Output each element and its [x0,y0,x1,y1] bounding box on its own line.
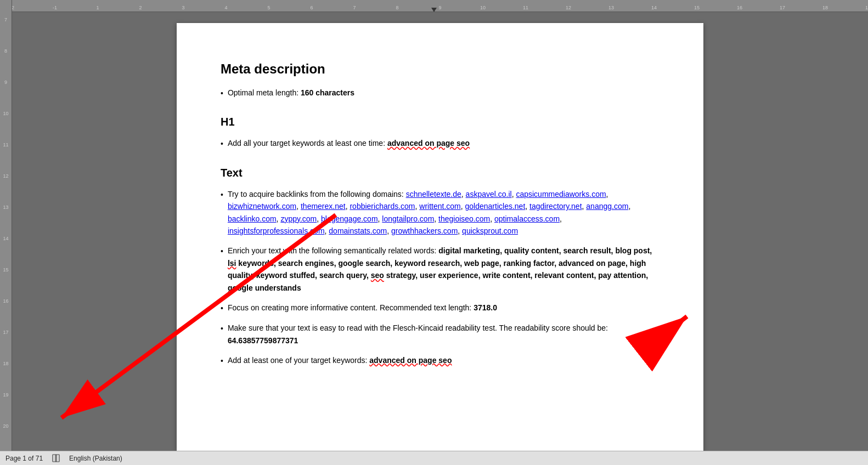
link-askpavel[interactable]: askpavel.co.il [466,190,512,199]
link-growthhackers[interactable]: growthhackers.com [391,226,458,235]
semantic-words-text: Enrich your text with the following sema… [228,245,660,294]
document-page: Meta description • Optimal meta length: … [177,23,703,451]
link-zyppy[interactable]: zyppy.com [280,214,317,223]
h1-bullet-1: • Add all your target keywords at least … [221,137,660,150]
meta-description-heading: Meta description [221,61,660,77]
page-container[interactable]: Meta description • Optimal meta length: … [12,12,868,451]
meta-bullet-1: • Optimal meta length: 160 characters [221,87,660,99]
bullet-dot: • [221,322,223,347]
text-bullet-3: • Focus on creating more informative con… [221,302,660,314]
text-length-value: 3718.0 [474,303,497,312]
link-capsicum[interactable]: capsicummediaworks.com [516,190,606,199]
text-bullet-1: • Try to acquire backlinks from the foll… [221,188,660,237]
bullet-dot: • [221,189,223,237]
readability-value: 64.63857759877371 [228,336,298,345]
link-goldenarticles[interactable]: goldenarticles.net [465,202,526,211]
bullet-dot: • [221,87,223,99]
link-thegioiseo[interactable]: thegioiseo.com [438,214,490,223]
link-optimalaccess[interactable]: optimalaccess.com [494,214,560,223]
link-blogengage[interactable]: blogengage.com [321,214,378,223]
target-keywords-value: advanced on page seo [369,356,452,365]
link-robbie[interactable]: robbierichards.com [350,202,415,211]
link-themerex[interactable]: themerex.net [301,202,346,211]
text-length-text: Focus on creating more informative conte… [228,302,660,314]
left-ruler: 78910111213141516171819202122 [0,0,12,451]
text-bullet-5: • Add at least one of your target keywor… [221,354,660,367]
link-schnelletexte[interactable]: schnelletexte.de [406,190,461,199]
bullet-text: Add all your target keywords at least on… [228,137,660,150]
status-bar: Page 1 of 71 English (Pakistan) [0,451,868,465]
link-tagdirectory[interactable]: tagdirectory.net [529,202,582,211]
link-anangg[interactable]: anangg.com [586,202,628,211]
bullet-dot: • [221,245,223,294]
language-info: English (Pakistan) [69,455,122,462]
h1-heading: H1 [221,116,660,128]
meta-length-value: 160 characters [301,88,354,97]
top-ruler: -2-112345678910111213141516171819 [0,0,868,12]
link-writtent[interactable]: writtent.com [419,202,460,211]
bullet-dot: • [221,355,223,367]
link-insights[interactable]: insightsforprofessionals.com [228,226,325,235]
text-heading: Text [221,167,660,179]
target-keywords-text: Add at least one of your target keywords… [228,354,660,367]
backlinks-text: Try to acquire backlinks from the follow… [228,188,660,237]
link-longtailpro[interactable]: longtailpro.com [382,214,434,223]
readability-text: Make sure that your text is easy to read… [228,322,660,347]
h1-keyword-value: advanced on page seo [387,139,470,148]
bullet-text: Optimal meta length: 160 characters [228,87,660,99]
page-info: Page 1 of 71 [5,455,43,462]
bullet-dot: • [221,138,223,150]
svg-rect-5 [57,455,59,462]
bullet-dot: • [221,302,223,314]
link-bizwhiz[interactable]: bizwhiznetwork.com [228,202,296,211]
link-backlinko[interactable]: backlinko.com [228,214,277,223]
text-bullet-2: • Enrich your text with the following se… [221,245,660,294]
text-bullet-4: • Make sure that your text is easy to re… [221,322,660,347]
link-domainstats[interactable]: domainstats.com [329,226,387,235]
svg-rect-4 [53,455,55,462]
link-quicksprout[interactable]: quicksprout.com [462,226,518,235]
book-icon[interactable] [52,454,60,463]
semantic-words-value: digital marketing, quality content, sear… [228,246,652,292]
